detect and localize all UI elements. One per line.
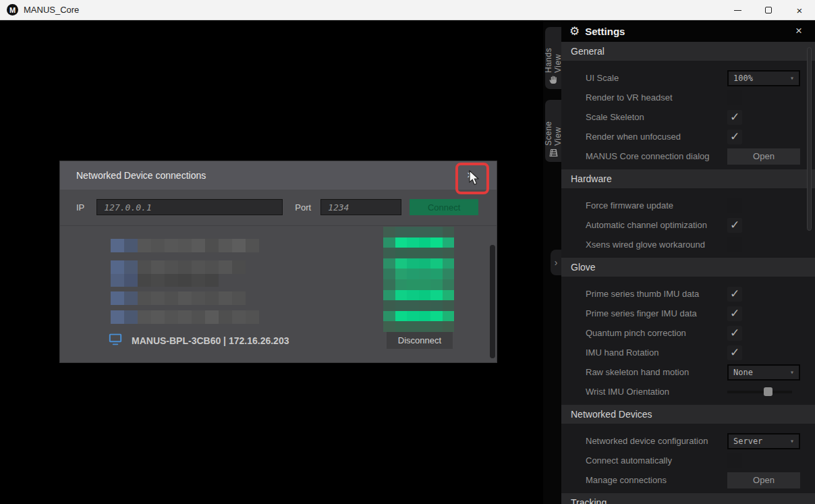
checkbox[interactable]: ✓ (727, 218, 742, 233)
section-header-general: General (561, 42, 815, 61)
checkbox[interactable] (727, 198, 742, 213)
settings-title: Settings (585, 26, 625, 37)
device-name: MANUS-BPL-3CB60 | 172.16.26.203 (132, 335, 289, 346)
dropdown[interactable]: 100%▾ (727, 70, 800, 86)
settings-panel: ⚙ Settings × GeneralUI Scale100%▾Render … (561, 20, 815, 504)
settings-row: IMU hand Rotation✓ (561, 343, 815, 362)
section-header-tracking: Tracking (561, 493, 815, 504)
section-header-glove: Glove (561, 258, 815, 277)
redacted-text-row (111, 310, 259, 324)
maximize-icon (765, 7, 772, 13)
checkbox[interactable]: ✓ (727, 345, 742, 360)
device-list: MANUS-BPL-3CB60 | 172.16.26.203 Disconne… (60, 225, 497, 358)
checkbox[interactable] (727, 453, 742, 468)
tab-scene-view[interactable]: Scene View (545, 100, 561, 162)
settings-row-label: IMU hand Rotation (561, 347, 727, 358)
settings-row-label: Networked device configuration (561, 436, 727, 446)
settings-row-label: Quantum pinch correction (561, 328, 727, 338)
settings-row: Prime series thumb IMU data✓ (561, 284, 815, 304)
settings-row-label: UI Scale (561, 73, 727, 83)
close-icon: × (797, 5, 803, 16)
checkbox[interactable] (727, 237, 742, 252)
redacted-text-row (111, 239, 259, 252)
checkbox[interactable]: ✓ (727, 110, 742, 125)
settings-scrollbar[interactable] (807, 47, 812, 231)
checkbox[interactable]: ✓ (727, 130, 742, 144)
tab-hands-view[interactable]: Hands View (545, 27, 561, 89)
signal-mosaic-row (383, 300, 454, 311)
signal-mosaic-row (383, 269, 454, 279)
app-logo-icon: M (7, 4, 18, 16)
settings-row: Networked device configurationServer▾ (561, 431, 815, 451)
ip-label: IP (76, 202, 84, 213)
maximize-button[interactable] (753, 0, 784, 20)
settings-row-label: Render to VR headset (561, 92, 727, 103)
settings-row-label: Scale Skeleton (561, 112, 727, 122)
os-titlebar: M MANUS_Core × (0, 0, 815, 20)
signal-mosaic-row (383, 279, 454, 290)
settings-row-label: Wrist IMU Orientation (561, 387, 727, 397)
ip-input[interactable]: 127.0.0.1 (96, 199, 283, 215)
checkbox[interactable]: ✓ (727, 326, 742, 341)
settings-row: Force firmware update (561, 196, 815, 215)
connection-input-row: IP 127.0.0.1 Port 1234 Connect (60, 190, 497, 225)
settings-row: Render when unfocused✓ (561, 127, 815, 146)
settings-row: Connect automatically (561, 451, 815, 470)
settings-row-label: Automatic channel optimization (561, 220, 727, 230)
dropdown[interactable]: None▾ (727, 364, 800, 381)
settings-row-label: Manage connections (561, 475, 727, 485)
dialog-titlebar: Networked Device connections × (60, 161, 497, 190)
settings-header: ⚙ Settings × (561, 20, 815, 42)
device-row: MANUS-BPL-3CB60 | 172.16.26.203 Disconne… (109, 332, 459, 349)
mouse-cursor (468, 170, 482, 186)
minimize-button[interactable] (722, 0, 753, 20)
port-input[interactable]: 1234 (320, 199, 401, 215)
close-window-button[interactable]: × (784, 0, 815, 20)
settings-row-label: Raw skeleton hand motion (561, 367, 727, 377)
settings-row-label: Xsens wired glove workaround (561, 240, 727, 250)
redacted-text-row (111, 260, 246, 274)
section-header-hardware: Hardware (561, 169, 815, 188)
hand-icon (549, 76, 558, 84)
connect-button[interactable]: Connect (410, 199, 478, 215)
minimize-icon (734, 10, 741, 11)
checkbox[interactable]: ✓ (727, 306, 742, 321)
checkbox[interactable] (727, 90, 742, 105)
settings-row: Scale Skeleton✓ (561, 107, 815, 127)
chevron-down-icon: ▾ (790, 74, 794, 82)
port-label: Port (295, 202, 311, 213)
redacted-text-row (111, 291, 246, 305)
tab-scene-view-label: Scene View (544, 104, 563, 146)
checkbox[interactable]: ✓ (727, 287, 742, 302)
settings-close-button[interactable]: × (791, 24, 807, 38)
settings-panel-expander[interactable]: › (551, 250, 561, 275)
settings-row: Xsens wired glove workaround (561, 235, 815, 254)
monitor-icon (109, 333, 122, 348)
chevron-down-icon: ▾ (790, 368, 794, 376)
disconnect-button[interactable]: Disconnect (387, 332, 453, 349)
settings-row-label: Prime series thumb IMU data (561, 289, 727, 299)
device-list-scrollbar[interactable] (490, 245, 495, 358)
signal-mosaic-row (383, 248, 454, 258)
view-tabstrip: Hands View Scene View › (543, 20, 561, 504)
settings-row: Wrist IMU Orientation (561, 382, 815, 401)
settings-row-label: Prime series finger IMU data (561, 308, 727, 318)
slider[interactable] (727, 387, 792, 396)
settings-row: Render to VR headset (561, 88, 815, 107)
settings-row: Prime series finger IMU data✓ (561, 304, 815, 323)
signal-mosaic-row (383, 311, 454, 322)
signal-mosaic-row (383, 321, 454, 332)
open-button[interactable]: Open (727, 148, 800, 165)
settings-row-label: MANUS Core connection dialog (561, 151, 727, 161)
open-button[interactable]: Open (727, 472, 800, 488)
chevron-right-icon: › (555, 257, 558, 268)
slider-knob[interactable] (764, 387, 772, 396)
gear-icon: ⚙ (569, 24, 580, 38)
settings-row: Raw skeleton hand motionNone▾ (561, 362, 815, 382)
signal-mosaic-row (383, 227, 454, 237)
dropdown[interactable]: Server▾ (727, 433, 800, 449)
signal-mosaic-row (383, 258, 454, 269)
tab-hands-view-label: Hands View (544, 31, 563, 73)
section-header-networked-devices: Networked Devices (561, 405, 815, 424)
signal-mosaic-row (383, 290, 454, 301)
